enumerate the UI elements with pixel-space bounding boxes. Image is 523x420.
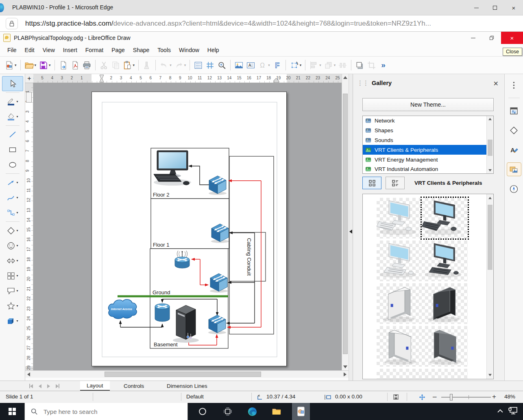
new-theme-button[interactable]: New Theme... bbox=[362, 98, 494, 111]
gallery-thumb-desktop-computer-dark[interactable] bbox=[422, 198, 468, 238]
layer-tab-dimension-lines[interactable]: Dimension Lines bbox=[160, 381, 214, 391]
export-button[interactable] bbox=[57, 58, 69, 72]
internet-cloud[interactable]: Internet Access bbox=[109, 300, 137, 319]
menu-edit[interactable]: Edit bbox=[21, 45, 39, 55]
menu-shape[interactable]: Shape bbox=[129, 45, 153, 55]
symbol-shapes-tool[interactable]: ▾ bbox=[2, 238, 23, 253]
fill-color-tool[interactable]: ▾ bbox=[2, 109, 23, 124]
zoom-button[interactable] bbox=[216, 58, 228, 72]
sidebar-tab-properties[interactable] bbox=[507, 104, 521, 118]
menu-tools[interactable]: Tools bbox=[153, 45, 175, 55]
edge-maximize-button[interactable] bbox=[486, 0, 504, 15]
new-document-button[interactable]: ▾ bbox=[3, 58, 18, 72]
curves-and-polygons-tool[interactable]: ▾ bbox=[2, 190, 23, 205]
theme-list-scrollbar[interactable] bbox=[486, 116, 493, 173]
sidebar-tab-styles[interactable]: A bbox=[507, 143, 521, 157]
sidebar-tab-sidebar-settings[interactable] bbox=[507, 78, 521, 92]
sidebar-hide-handle[interactable] bbox=[349, 74, 353, 381]
lo-minimize-button[interactable] bbox=[464, 32, 482, 44]
print-button[interactable] bbox=[81, 58, 93, 72]
open-button[interactable]: ▾ bbox=[23, 58, 38, 72]
layer-tab-controls[interactable]: Controls bbox=[117, 381, 150, 391]
thumbnails-scrollbar[interactable] bbox=[486, 194, 493, 379]
document-modified-icon[interactable] bbox=[393, 394, 399, 401]
menu-insert[interactable]: Insert bbox=[59, 45, 81, 55]
topology-diagram[interactable]: Internet Access Floor 2 Floor 1 Ground B… bbox=[92, 92, 287, 367]
3d-objects-tool[interactable]: ▾ bbox=[2, 313, 23, 328]
edge-minimize-button[interactable] bbox=[467, 0, 486, 15]
lock-icon[interactable] bbox=[6, 18, 18, 29]
file-explorer-button[interactable] bbox=[268, 403, 285, 420]
list-view-button[interactable] bbox=[386, 177, 405, 189]
zoom-percentage[interactable]: 48% bbox=[504, 394, 515, 400]
transformations-button[interactable]: ▾ bbox=[288, 58, 303, 72]
master-slide-name[interactable]: Default bbox=[186, 394, 204, 400]
gallery-close-icon[interactable]: ✕ bbox=[493, 80, 499, 88]
start-button[interactable] bbox=[0, 403, 24, 420]
panel-grip-icon[interactable]: ⋮⋮ bbox=[357, 79, 368, 87]
menu-view[interactable]: View bbox=[39, 45, 59, 55]
gallery-theme-item[interactable]: Shapes bbox=[363, 126, 493, 136]
previous-page-button[interactable] bbox=[39, 383, 41, 390]
ellipse-tool[interactable] bbox=[2, 157, 23, 172]
lo-close-button[interactable]: × bbox=[501, 32, 523, 44]
line-color-tool[interactable]: ▾ bbox=[2, 94, 23, 109]
menu-file[interactable]: File bbox=[3, 45, 21, 55]
last-page-button[interactable] bbox=[56, 383, 59, 390]
callout-shapes-tool[interactable]: ▾ bbox=[2, 283, 23, 298]
sidebar-tab-gallery-deck[interactable] bbox=[507, 162, 521, 176]
show-hidden-icons-button[interactable] bbox=[497, 408, 503, 415]
insert-image-button[interactable] bbox=[233, 58, 245, 72]
gallery-theme-item[interactable]: VRT Industrial Automation bbox=[363, 164, 493, 174]
flowchart-tool[interactable]: ▾ bbox=[2, 268, 23, 283]
taskbar-search[interactable] bbox=[24, 403, 188, 420]
first-page-button[interactable] bbox=[29, 383, 33, 390]
ruler-origin-button[interactable]: + bbox=[25, 74, 33, 83]
stars-and-banners-tool[interactable]: ▾ bbox=[2, 298, 23, 313]
sidebar-tab-shapes-deck[interactable] bbox=[507, 123, 521, 137]
gallery-thumb-monitor-partial-right[interactable] bbox=[422, 369, 468, 379]
gallery-theme-item[interactable]: Sounds bbox=[363, 136, 493, 145]
export-pdf-button[interactable] bbox=[69, 58, 81, 72]
gallery-thumb-tower-case-white-right[interactable] bbox=[377, 326, 423, 367]
basic-shapes-tool[interactable]: ▾ bbox=[2, 223, 23, 238]
gallery-thumb-monitor-keyboard-light[interactable] bbox=[377, 241, 423, 281]
layer-tab-layout[interactable]: Layout bbox=[80, 381, 110, 391]
menu-format[interactable]: Format bbox=[81, 45, 107, 55]
fit-slide-icon[interactable] bbox=[419, 394, 425, 402]
zoom-in-button[interactable]: + bbox=[492, 393, 496, 401]
save-button[interactable]: ▾ bbox=[37, 58, 52, 72]
lo-restore-button[interactable] bbox=[482, 32, 501, 44]
gallery-theme-item[interactable]: VRT Energy Management bbox=[363, 155, 493, 164]
insert-fontwork-button[interactable]: F bbox=[271, 58, 283, 72]
display-grid-button[interactable] bbox=[192, 58, 204, 72]
gallery-theme-item[interactable]: VRT Clients & Peripherals bbox=[363, 145, 493, 155]
edge-close-button[interactable]: × bbox=[504, 0, 523, 15]
horizontal-ruler[interactable]: 6543211234567891011121314151617181920212… bbox=[33, 74, 342, 83]
connectors-tool[interactable]: ▾ bbox=[2, 205, 23, 220]
lines-and-arrows-tool[interactable]: ▾ bbox=[2, 175, 23, 190]
menu-window[interactable]: Window bbox=[175, 45, 203, 55]
router[interactable] bbox=[155, 304, 170, 322]
drawing-page[interactable]: Internet Access Floor 2 Floor 1 Ground B… bbox=[92, 92, 287, 366]
horizontal-scrollbar[interactable] bbox=[25, 370, 349, 378]
icon-view-button[interactable] bbox=[362, 177, 381, 189]
wireless-access-point[interactable] bbox=[175, 251, 190, 268]
menu-help[interactable]: Help bbox=[203, 45, 223, 55]
gallery-thumb-monitor-keyboard-dark[interactable] bbox=[422, 241, 468, 281]
vertical-scrollbar[interactable] bbox=[342, 74, 349, 370]
edge-urlbar[interactable]: https://stg.practice-labs.com/device-adv… bbox=[0, 15, 523, 32]
insert-line-tool[interactable] bbox=[2, 127, 23, 142]
gallery-thumb-tower-case-black-left[interactable] bbox=[422, 283, 468, 324]
vertical-ruler[interactable]: 1234567891011121314151617181920212223242… bbox=[25, 83, 33, 370]
vertical-scrollbar-thumb[interactable] bbox=[343, 94, 348, 354]
gallery-theme-item[interactable]: Network bbox=[363, 116, 493, 126]
paste-button[interactable]: ▾ bbox=[122, 58, 136, 72]
network-tray-button[interactable] bbox=[508, 406, 518, 417]
libreoffice-draw-taskbar-button[interactable] bbox=[292, 403, 310, 420]
next-page-button[interactable] bbox=[47, 383, 50, 390]
zoom-slider-track[interactable] bbox=[441, 397, 491, 398]
select-tool[interactable] bbox=[2, 76, 23, 91]
gallery-thumb-tower-case-gray-right[interactable] bbox=[422, 326, 468, 367]
edge-taskbar-button[interactable] bbox=[243, 403, 261, 420]
